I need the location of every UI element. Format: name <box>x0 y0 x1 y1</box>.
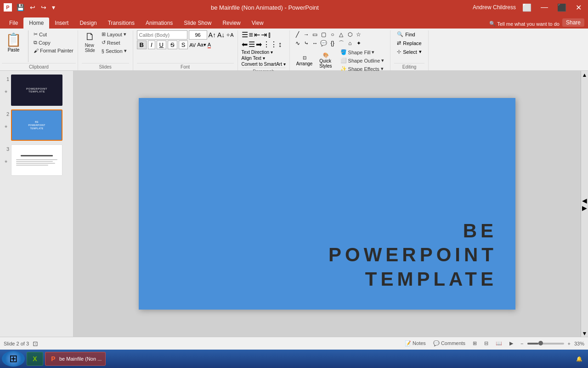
tab-transitions[interactable]: Transitions <box>102 17 140 29</box>
increase-indent-button[interactable]: ⇥ <box>261 30 267 39</box>
slide-sorter-button[interactable]: ⊟ <box>482 339 490 347</box>
shape-dbl-arrow[interactable]: ↔ <box>311 39 319 47</box>
tab-design[interactable]: Design <box>74 17 102 29</box>
copy-button[interactable]: ⧉ Copy <box>31 39 76 46</box>
tab-animations[interactable]: Animations <box>140 17 178 29</box>
cut-button[interactable]: ✂ Cut <box>31 30 76 38</box>
change-case-button[interactable]: Aa▾ <box>197 42 206 48</box>
scroll-expand-button[interactable]: ◀ <box>582 197 587 204</box>
convert-smartart-button[interactable]: Convert to SmartArt ▾ <box>242 62 286 67</box>
bold-button[interactable]: B <box>137 40 147 49</box>
start-button[interactable]: ⊞ <box>2 351 25 367</box>
shape-curve[interactable]: ∿ <box>294 39 302 47</box>
slide-canvas[interactable]: BE POWERPOINT TEMPLATE <box>139 98 515 310</box>
shape-eq[interactable]: {} <box>328 39 337 47</box>
tab-review[interactable]: Review <box>217 17 246 29</box>
undo-button[interactable]: ↩ <box>28 3 37 12</box>
align-center-button[interactable]: ☰ <box>249 40 255 49</box>
clear-formatting-button[interactable]: ✧A <box>226 32 233 38</box>
scroll-expand-button2[interactable]: ▶ <box>582 204 587 212</box>
zoom-percentage[interactable]: 33% <box>574 341 584 346</box>
close-button[interactable]: ✕ <box>573 2 584 13</box>
slide-thumb-2[interactable]: BEPOWERPOINTTEMPLATE <box>11 109 62 141</box>
normal-view-button[interactable]: ⊞ <box>471 339 479 347</box>
quick-styles-button[interactable]: 🎨 QuickStyles <box>317 51 334 70</box>
slide-item-2[interactable]: 2 ★ BEPOWERPOINTTEMPLATE <box>3 109 70 141</box>
shape-misc1[interactable]: ⌂ <box>346 39 354 47</box>
slide-item-1[interactable]: 1 ★ POWERPOINTTEMPLATE <box>3 75 70 106</box>
select-button[interactable]: ⊹ Select ▾ <box>394 48 424 56</box>
font-name-input[interactable] <box>137 30 187 40</box>
paste-button[interactable]: 📋 Paste <box>2 30 25 62</box>
zoom-slider-track[interactable] <box>527 343 564 345</box>
slide-item-3[interactable]: 3 ★ <box>3 144 70 176</box>
comments-button[interactable]: 💬 Comments <box>431 339 467 347</box>
text-shadow-button[interactable]: S <box>179 40 188 49</box>
bullets-button[interactable]: ☰ <box>242 30 248 39</box>
shape-line[interactable]: ╱ <box>294 30 302 39</box>
canvas-area[interactable]: BE POWERPOINT TEMPLATE <box>74 71 581 337</box>
tab-insert[interactable]: Insert <box>49 17 74 29</box>
tab-file[interactable]: File <box>4 17 23 29</box>
decrease-font-button[interactable]: A↓ <box>217 31 225 39</box>
notes-button[interactable]: 📝 Notes <box>403 339 428 347</box>
shape-rrect[interactable]: ▢ <box>320 30 328 39</box>
text-direction-button[interactable]: Text Direction ▾ <box>242 50 273 55</box>
shape-brace[interactable]: ⌒ <box>337 39 345 47</box>
reading-view-button[interactable]: 📖 <box>494 339 504 347</box>
shape-star[interactable]: ☆ <box>355 30 363 39</box>
shape-arrow[interactable]: → <box>302 30 311 39</box>
align-text-button[interactable]: Align Text ▾ <box>242 56 265 61</box>
section-button[interactable]: § Section ▾ <box>99 47 129 55</box>
font-color-button[interactable]: A <box>208 42 211 48</box>
minimize-button[interactable]: — <box>538 2 551 12</box>
replace-button[interactable]: ⇄ Replace <box>394 39 424 47</box>
shape-callout[interactable]: 💬 <box>320 39 328 47</box>
customize-button[interactable]: ▾ <box>50 3 57 12</box>
scroll-down-button[interactable]: ▼ <box>582 330 588 337</box>
new-slide-button[interactable]: 🗋 NewSlide <box>82 30 98 54</box>
layout-button[interactable]: ⊞ Layout ▾ <box>99 30 129 38</box>
numbering-button[interactable]: ≡ <box>249 31 253 39</box>
underline-button[interactable]: U <box>157 40 166 49</box>
increase-font-button[interactable]: A↑ <box>209 31 216 39</box>
right-scrollbar[interactable]: ▲ ◀ ▶ ▼ <box>581 71 588 337</box>
shape-more[interactable]: ⬡ <box>346 30 354 39</box>
restore-down-button[interactable]: ⬜ <box>520 2 534 13</box>
align-left-button[interactable]: ⬅ <box>242 40 248 49</box>
tab-view[interactable]: View <box>246 17 269 29</box>
shape-oval[interactable]: ○ <box>328 30 337 39</box>
character-spacing-button[interactable]: AV <box>189 42 196 48</box>
zoom-handle[interactable] <box>538 341 543 345</box>
shape-connect[interactable]: ⤷ <box>302 39 311 47</box>
shape-outline-button[interactable]: ⬜ Shape Outline ▾ <box>338 57 387 64</box>
excel-taskbar-item[interactable]: X <box>27 352 43 366</box>
slide-thumb-3[interactable] <box>11 144 62 176</box>
arrange-button[interactable]: ⊡ Arrange <box>294 53 316 68</box>
italic-button[interactable]: I <box>148 40 155 49</box>
tab-home[interactable]: Home <box>23 17 49 29</box>
shape-rect[interactable]: ▭ <box>311 30 319 39</box>
reset-button[interactable]: ↺ Reset <box>99 39 129 46</box>
format-painter-button[interactable]: 🖌 Format Painter <box>31 47 76 54</box>
show-desktop-button[interactable]: 🔔 <box>572 356 586 362</box>
align-right-button[interactable]: ➡ <box>256 40 262 49</box>
font-size-input[interactable] <box>189 30 207 40</box>
scroll-up-button[interactable]: ▲ <box>582 72 588 78</box>
decrease-indent-button[interactable]: ⇤ <box>254 30 260 39</box>
shape-misc2[interactable]: ✦ <box>355 39 363 47</box>
zoom-out-button[interactable]: − <box>519 340 525 347</box>
fit-slide-button[interactable]: ⊡ <box>33 340 38 347</box>
find-button[interactable]: 🔍 Find <box>394 30 424 38</box>
justify-button[interactable]: ⋮⋮ <box>263 40 277 49</box>
shape-fill-button[interactable]: 🪣 Shape Fill ▾ <box>338 48 387 56</box>
powerpoint-taskbar-item[interactable]: P be Mainfile (Non ... <box>45 352 106 366</box>
presenter-view-button[interactable]: ▶ <box>508 339 515 347</box>
slide-thumb-1[interactable]: POWERPOINTTEMPLATE <box>11 75 62 106</box>
maximize-button[interactable]: ⬛ <box>554 2 569 13</box>
columns-button[interactable]: ⫿ <box>268 31 271 39</box>
line-spacing-button[interactable]: ↕ <box>278 40 282 49</box>
shape-tri[interactable]: △ <box>337 30 345 39</box>
tab-slideshow[interactable]: Slide Show <box>178 17 217 29</box>
zoom-in-button[interactable]: + <box>566 340 572 347</box>
